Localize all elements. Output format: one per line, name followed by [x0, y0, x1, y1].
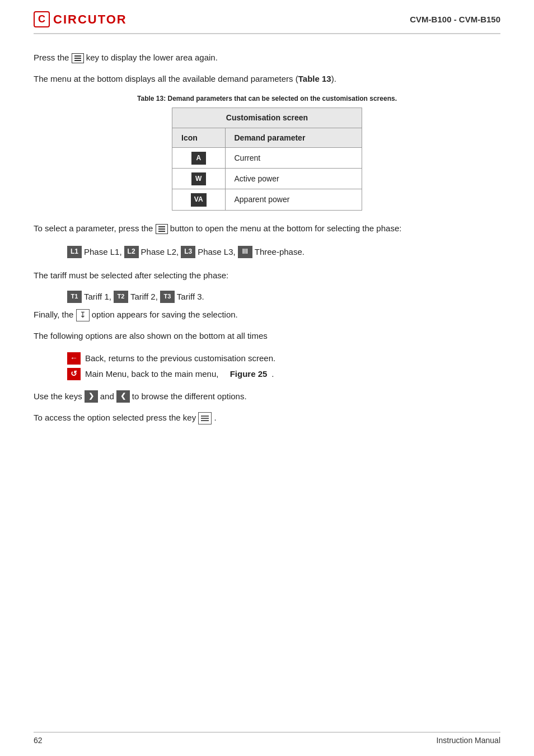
demand-table: Customisation screen Icon Demand paramet… — [172, 108, 362, 210]
tariff-badge: T1 — [67, 291, 82, 303]
demand-icon: A — [191, 152, 206, 165]
table-row: VAApparent power — [172, 189, 362, 210]
phase-badge: L1 — [67, 246, 82, 258]
table-col-icon: Icon — [172, 128, 226, 147]
demand-label: Apparent power — [225, 189, 362, 210]
mainmenu-option: ↺ Main Menu, back to the main menu, Figu… — [67, 367, 500, 381]
table-header-span: Customisation screen — [172, 108, 362, 128]
right-arrow-icon: ❯ — [85, 390, 98, 403]
table-wrapper: Customisation screen Icon Demand paramet… — [34, 108, 500, 210]
save-icon: ↧ — [76, 309, 90, 321]
back-option: ← Back, returns to the previous customis… — [67, 352, 500, 365]
para6: The following options are also shown on … — [34, 329, 500, 343]
footer: 62 Instruction Manual — [34, 732, 500, 745]
logo-area: C CIRCUTOR — [34, 11, 127, 27]
content-area: Press the key to display the lower area … — [34, 51, 500, 424]
menu-key-icon — [72, 53, 84, 63]
page-number: 62 — [34, 736, 43, 745]
bottom-options: ← Back, returns to the previous customis… — [67, 352, 500, 381]
table-col-param: Demand parameter — [225, 128, 362, 147]
table-row: ACurrent — [172, 147, 362, 168]
menu-access-key — [198, 412, 212, 424]
footer-label: Instruction Manual — [437, 736, 500, 745]
phase-badge: L3 — [181, 246, 195, 258]
phase-label: Three-phase. — [255, 245, 305, 259]
access-para: To access the option selected press the … — [34, 411, 500, 424]
header-title: CVM-B100 - CVM-B150 — [410, 15, 500, 24]
tariff-badge: T3 — [160, 291, 175, 303]
phase-row: L1 Phase L1, L2 Phase L2, L3 Phase L3, I… — [67, 245, 500, 259]
tariff-badge: T2 — [114, 291, 128, 303]
phase-label: Phase L2, — [141, 245, 179, 259]
para5: Finally, the ↧ option appears for saving… — [34, 308, 500, 321]
table-icon-cell: A — [172, 147, 226, 168]
demand-label: Active power — [225, 169, 362, 189]
phase-label: Phase L3, — [198, 245, 236, 259]
mainmenu-icon: ↺ — [67, 368, 81, 380]
para1: Press the key to display the lower area … — [34, 51, 500, 64]
demand-icon: VA — [191, 193, 207, 206]
demand-label: Current — [225, 147, 362, 168]
table-icon-cell: W — [172, 169, 226, 189]
para3: To select a parameter, press the button … — [34, 222, 500, 235]
logo-icon: C — [34, 11, 50, 27]
back-icon: ← — [67, 352, 81, 365]
table-icon-cell: VA — [172, 189, 226, 210]
header: C CIRCUTOR CVM-B100 - CVM-B150 — [34, 11, 500, 34]
demand-icon: W — [191, 172, 206, 185]
table-row: WActive power — [172, 169, 362, 189]
tariff-label: Tariff 2, — [130, 290, 158, 304]
keys-row: Use the keys ❯ and ❮ to browse the diffe… — [34, 390, 500, 403]
phase-badge: III — [238, 246, 252, 258]
menu-key-icon2 — [156, 224, 168, 234]
phase-label: Phase L1, — [84, 245, 122, 259]
phase-badge: L2 — [124, 246, 139, 258]
keys-para: Use the keys ❯ and ❮ to browse the diffe… — [34, 390, 500, 403]
para2: The menu at the bottom displays all the … — [34, 72, 500, 86]
tariff-label: Tariff 3. — [177, 290, 204, 304]
para4: The tariff must be selected after select… — [34, 269, 500, 282]
tariff-row: T1 Tariff 1, T2 Tariff 2, T3 Tariff 3. — [67, 290, 500, 304]
table-caption: Table 13: Demand parameters that can be … — [34, 94, 500, 104]
tariff-label: Tariff 1, — [84, 290, 111, 304]
left-arrow-icon: ❮ — [116, 390, 130, 403]
page: C CIRCUTOR CVM-B100 - CVM-B150 Press the… — [0, 0, 534, 466]
logo-text: CIRCUTOR — [53, 12, 127, 27]
